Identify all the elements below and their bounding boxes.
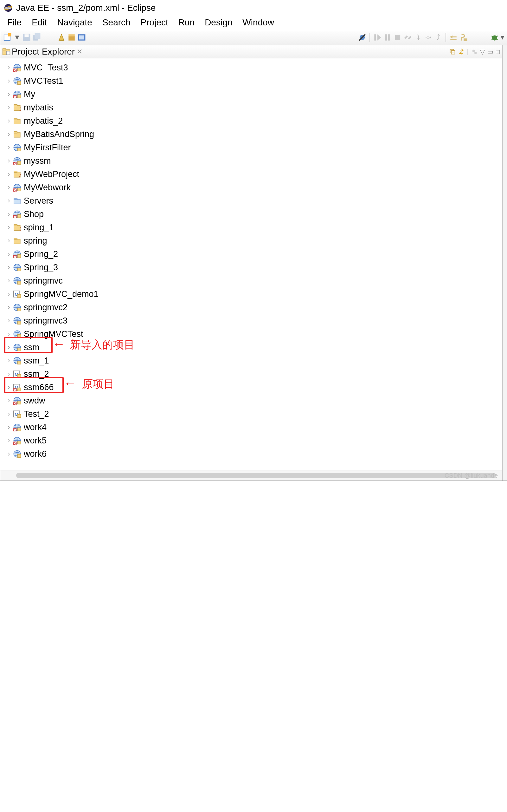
project-SpringMVCTest[interactable]: ›SpringMVCTest: [0, 327, 502, 341]
project-MyWebProject[interactable]: ›JMyWebProject: [0, 167, 502, 181]
horizontal-scrollbar[interactable]: [16, 473, 496, 478]
expand-icon[interactable]: ›: [6, 250, 12, 258]
package-icon[interactable]: [67, 33, 76, 42]
project-explorer-tab[interactable]: Project Explorer ✕ | ▽ ▭ □: [0, 45, 502, 58]
step-return-icon[interactable]: ⤴: [434, 33, 442, 42]
expand-icon[interactable]: ›: [6, 157, 12, 165]
project-ssm_2[interactable]: ›Mssm_2: [0, 367, 502, 380]
project-MyBatisAndSpring[interactable]: ›MyBatisAndSpring: [0, 128, 502, 141]
project-My[interactable]: ›My: [0, 88, 502, 101]
project-ssm_1[interactable]: ›ssm_1: [0, 354, 502, 367]
menu-search[interactable]: Search: [102, 17, 130, 28]
dropdown-icon[interactable]: ▼: [14, 33, 20, 42]
project-work6[interactable]: ›work6: [0, 447, 502, 461]
expand-icon[interactable]: ›: [6, 330, 12, 338]
stop-icon[interactable]: [394, 33, 402, 42]
expand-icon[interactable]: ›: [6, 343, 12, 351]
project-Test_2[interactable]: ›MTest_2: [0, 407, 502, 420]
expand-icon[interactable]: ›: [6, 237, 12, 245]
menu-window[interactable]: Window: [242, 17, 274, 28]
view-menu-icon[interactable]: ▽: [480, 48, 485, 55]
expand-icon[interactable]: ›: [6, 357, 12, 365]
project-tree[interactable]: ›MVC_Test3›MVCTest1›My›Jmybatis›mybatis_…: [0, 58, 502, 470]
project-mybatis[interactable]: ›Jmybatis: [0, 101, 502, 114]
expand-icon[interactable]: ›: [6, 90, 12, 98]
expand-icon[interactable]: ›: [6, 397, 12, 405]
expand-icon[interactable]: ›: [6, 117, 12, 125]
project-MyWebwork[interactable]: ›MyWebwork: [0, 181, 502, 194]
svg-text:J: J: [19, 107, 21, 112]
expand-icon[interactable]: ›: [6, 223, 12, 232]
expand-icon[interactable]: ›: [6, 183, 12, 192]
expand-icon[interactable]: ›: [6, 170, 12, 178]
project-ssm[interactable]: ›ssm: [0, 341, 502, 354]
expand-icon[interactable]: ›: [6, 383, 12, 392]
project-MVCTest1[interactable]: ›MVCTest1: [0, 74, 502, 88]
expand-icon[interactable]: ›: [6, 63, 12, 72]
disconnect-icon[interactable]: [404, 33, 412, 42]
expand-icon[interactable]: ›: [6, 410, 12, 418]
new-icon[interactable]: [3, 33, 12, 42]
expand-icon[interactable]: ›: [6, 130, 12, 138]
close-view-icon[interactable]: ✕: [77, 48, 82, 56]
pause-icon[interactable]: [383, 33, 392, 42]
step-filters-icon[interactable]: [459, 33, 468, 42]
expand-icon[interactable]: ›: [6, 263, 12, 271]
project-Spring_3[interactable]: ›Spring_3: [0, 261, 502, 274]
project-Shop[interactable]: ›Shop: [0, 207, 502, 221]
build-icon[interactable]: [57, 33, 66, 42]
expand-icon[interactable]: ›: [6, 423, 12, 432]
project-springmvc3[interactable]: ›springmvc3: [0, 314, 502, 327]
expand-icon[interactable]: ›: [6, 450, 12, 458]
menu-file[interactable]: File: [7, 17, 21, 28]
project-MyFirstFilter[interactable]: ›MyFirstFilter: [0, 141, 502, 154]
expand-icon[interactable]: ›: [6, 370, 12, 378]
project-work5[interactable]: ›work5: [0, 434, 502, 447]
debug-dropdown-icon[interactable]: ▾: [501, 33, 504, 42]
menu-design[interactable]: Design: [205, 17, 232, 28]
watermark: CSDN @liukuande: [445, 472, 498, 479]
step-into-icon[interactable]: ⤵: [414, 33, 422, 42]
expand-icon[interactable]: ›: [6, 77, 12, 85]
minimize-view-icon[interactable]: ▭: [487, 48, 493, 55]
editor-icon[interactable]: [78, 33, 86, 42]
project-spring[interactable]: ›spring: [0, 234, 502, 247]
save-all-icon[interactable]: [33, 33, 41, 42]
link-editor-icon[interactable]: [458, 49, 464, 55]
project-springmvc2[interactable]: ›springmvc2: [0, 301, 502, 314]
project-swdw[interactable]: ›swdw: [0, 394, 502, 407]
expand-icon[interactable]: ›: [6, 437, 12, 445]
project-ssm666[interactable]: ›Mssm666: [0, 380, 502, 394]
drop-frame-icon[interactable]: [449, 33, 458, 42]
focus-task-icon[interactable]: [471, 49, 477, 55]
expand-icon[interactable]: ›: [6, 316, 12, 325]
maximize-view-icon[interactable]: □: [496, 48, 500, 55]
project-springmvc[interactable]: ›springmvc: [0, 274, 502, 287]
save-icon[interactable]: [22, 33, 31, 42]
expand-icon[interactable]: ›: [6, 276, 12, 285]
project-sping_1[interactable]: ›Jsping_1: [0, 221, 502, 234]
expand-icon[interactable]: ›: [6, 143, 12, 152]
svg-rect-49: [14, 104, 17, 106]
expand-icon[interactable]: ›: [6, 103, 12, 112]
collapse-all-icon[interactable]: [449, 49, 456, 55]
project-myssm[interactable]: ›myssm: [0, 154, 502, 167]
project-mybatis_2[interactable]: ›mybatis_2: [0, 114, 502, 128]
expand-icon[interactable]: ›: [6, 197, 12, 205]
expand-icon[interactable]: ›: [6, 210, 12, 218]
menu-project[interactable]: Project: [141, 17, 168, 28]
expand-icon[interactable]: ›: [6, 303, 12, 311]
project-work4[interactable]: ›work4: [0, 420, 502, 434]
project-Servers[interactable]: ›Servers: [0, 194, 502, 207]
menu-edit[interactable]: Edit: [32, 17, 47, 28]
no-breakpoints-icon[interactable]: [358, 33, 366, 42]
step-over-icon[interactable]: ⤼: [424, 33, 432, 42]
menu-navigate[interactable]: Navigate: [57, 17, 92, 28]
menu-run[interactable]: Run: [178, 17, 194, 28]
resume-icon[interactable]: [373, 33, 382, 42]
project-Spring_2[interactable]: ›Spring_2: [0, 247, 502, 261]
expand-icon[interactable]: ›: [6, 290, 12, 298]
project-SpringMVC_demo1[interactable]: ›MSpringMVC_demo1: [0, 287, 502, 301]
debug-icon[interactable]: [491, 33, 499, 42]
project-MVC_Test3[interactable]: ›MVC_Test3: [0, 61, 502, 74]
